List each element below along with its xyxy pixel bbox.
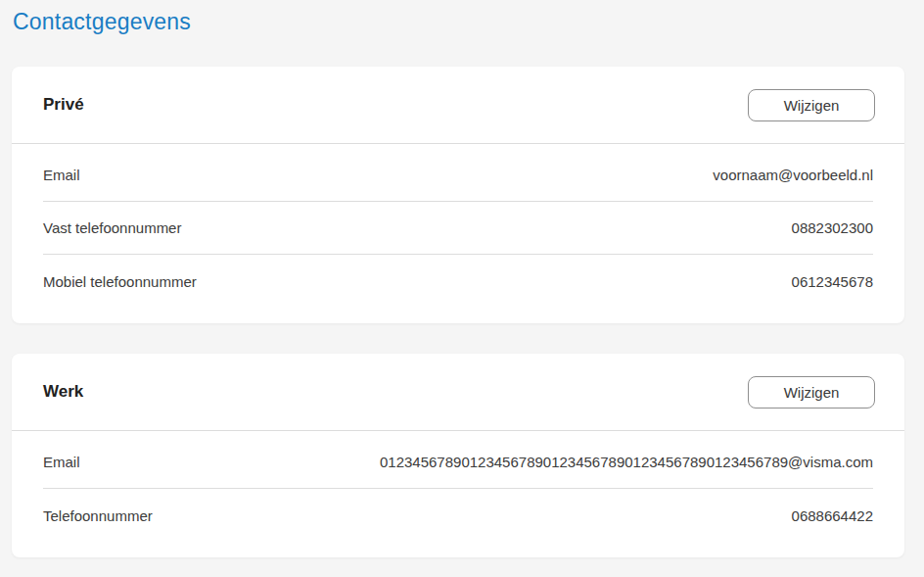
row-value: 0612345678 [792, 273, 873, 290]
card-werk: Werk Wijzigen Email 01234567890123456789… [12, 354, 904, 557]
row-label: Mobiel telefoonnummer [43, 273, 197, 290]
row-value: voornaam@voorbeeld.nl [713, 167, 873, 183]
table-row: Email voornaam@voorbeeld.nl [43, 149, 873, 202]
card-prive: Privé Wijzigen Email voornaam@voorbeeld.… [12, 67, 904, 323]
row-label: Telefoonnummer [43, 507, 153, 524]
edit-prive-button[interactable]: Wijzigen [748, 89, 875, 121]
card-prive-header: Privé Wijzigen [12, 67, 904, 144]
table-row: Email 0123456789012345678901234567890123… [43, 436, 873, 489]
row-label: Vast telefoonnummer [43, 219, 181, 236]
row-label: Email [43, 454, 80, 470]
card-werk-rows: Email 0123456789012345678901234567890123… [12, 431, 904, 557]
card-werk-title: Werk [43, 382, 83, 402]
page-title: Contactgegevens [0, 0, 924, 35]
table-row: Vast telefoonnummer 0882302300 [43, 202, 873, 255]
row-value: 0688664422 [792, 507, 873, 524]
card-prive-title: Privé [43, 95, 84, 115]
row-label: Email [43, 167, 80, 183]
row-value: 0123456789012345678901234567890123456789… [380, 454, 873, 470]
edit-werk-button[interactable]: Wijzigen [748, 376, 875, 409]
contact-page: Contactgegevens Privé Wijzigen Email voo… [0, 0, 924, 557]
table-row: Telefoonnummer 0688664422 [43, 489, 873, 542]
row-value: 0882302300 [792, 219, 873, 236]
table-row: Mobiel telefoonnummer 0612345678 [43, 255, 873, 308]
card-werk-header: Werk Wijzigen [12, 354, 904, 431]
card-prive-rows: Email voornaam@voorbeeld.nl Vast telefoo… [12, 144, 904, 323]
